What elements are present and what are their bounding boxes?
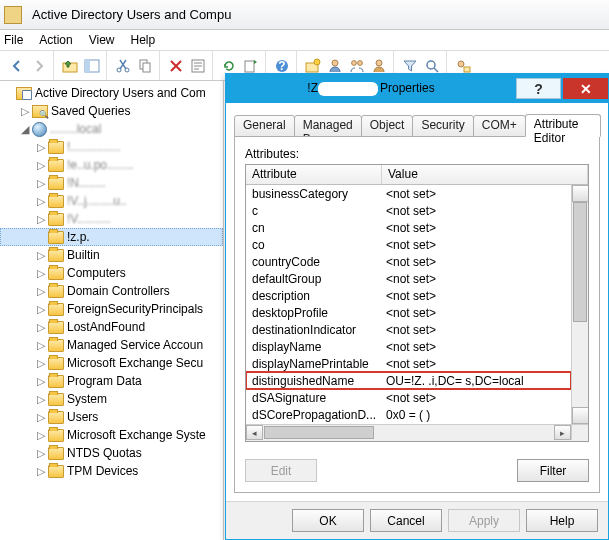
attribute-row[interactable]: c<not set> (246, 202, 571, 219)
expand-icon[interactable]: ▷ (34, 411, 48, 424)
menu-bar: File Action View Help (0, 30, 609, 51)
tree-node-14[interactable]: ▷System (0, 390, 223, 408)
expand-icon[interactable]: ▷ (34, 159, 48, 172)
tree-node-15[interactable]: ▷Users (0, 408, 223, 426)
expand-icon[interactable]: ◢ (18, 123, 32, 136)
tree-node-10[interactable]: ▷LostAndFound (0, 318, 223, 336)
menu-file[interactable]: File (4, 33, 23, 47)
attribute-row[interactable]: description<not set> (246, 287, 571, 304)
scroll-right-button[interactable]: ▸ (554, 425, 571, 440)
tree-node-16[interactable]: ▷Microsoft Exchange Syste (0, 426, 223, 444)
attribute-grid[interactable]: Attribute Value businessCategory<not set… (245, 164, 589, 442)
tab-com+[interactable]: COM+ (473, 115, 526, 137)
expand-icon[interactable]: ▷ (34, 429, 48, 442)
tree-saved-queries[interactable]: ▷Saved Queries (0, 102, 223, 120)
attribute-row[interactable]: dSCorePropagationD...0x0 = ( ) (246, 406, 571, 423)
console-tree[interactable]: Active Directory Users and Com▷Saved Que… (0, 81, 224, 540)
tree-node-1[interactable]: ▷!e..u.po........ (0, 156, 223, 174)
properties-button[interactable] (187, 55, 209, 77)
col-value[interactable]: Value (382, 165, 588, 184)
expand-icon[interactable]: ▷ (34, 177, 48, 190)
folder-icon (48, 141, 64, 154)
ok-button[interactable]: OK (292, 509, 364, 532)
dialog-titlebar[interactable]: !ZProperties ? ✕ (226, 74, 608, 103)
tree-node-2[interactable]: ▷!N........ (0, 174, 223, 192)
tree-node-11[interactable]: ▷Managed Service Accoun (0, 336, 223, 354)
vertical-scrollbar[interactable]: ▴ ▾ (571, 185, 588, 424)
up-button[interactable] (59, 55, 81, 77)
tab-managed-by[interactable]: Managed By (294, 115, 362, 137)
tab-security[interactable]: Security (412, 115, 473, 137)
cancel-button[interactable]: Cancel (370, 509, 442, 532)
tree-node-8[interactable]: ▷Domain Controllers (0, 282, 223, 300)
attribute-row[interactable]: defaultGroup<not set> (246, 270, 571, 287)
tree-node-3[interactable]: ▷!V..j........u.. (0, 192, 223, 210)
expand-icon[interactable]: ▷ (34, 357, 48, 370)
expand-icon[interactable]: ▷ (18, 105, 32, 118)
attribute-row[interactable]: distinguishedNameOU=!Z. .i,DC= s,DC=loca… (246, 372, 571, 389)
expand-icon[interactable]: ▷ (34, 375, 48, 388)
menu-action[interactable]: Action (39, 33, 72, 47)
forward-button[interactable] (28, 55, 50, 77)
attribute-row[interactable]: desktopProfile<not set> (246, 304, 571, 321)
attribute-row[interactable]: destinationIndicator<not set> (246, 321, 571, 338)
tab-general[interactable]: General (234, 115, 295, 137)
copy-button[interactable] (134, 55, 156, 77)
tree-node-17[interactable]: ▷NTDS Quotas (0, 444, 223, 462)
expand-icon[interactable]: ▷ (34, 447, 48, 460)
tree-node-13[interactable]: ▷Program Data (0, 372, 223, 390)
dialog-help-button[interactable]: ? (516, 78, 561, 99)
show-hide-tree-button[interactable] (81, 55, 103, 77)
dialog-close-button[interactable]: ✕ (563, 78, 608, 99)
horizontal-scrollbar[interactable]: ◂ ▸ (246, 424, 588, 441)
scroll-thumb[interactable] (573, 202, 587, 322)
expand-icon[interactable]: ▷ (34, 303, 48, 316)
svg-point-13 (332, 60, 338, 66)
tree-node-0[interactable]: ▷!............... (0, 138, 223, 156)
expand-icon[interactable]: ▷ (34, 213, 48, 226)
menu-view[interactable]: View (89, 33, 115, 47)
help-button[interactable]: Help (526, 509, 598, 532)
expand-icon[interactable]: ▷ (34, 321, 48, 334)
expand-icon[interactable]: ▷ (34, 141, 48, 154)
tree-node-6[interactable]: ▷Builtin (0, 246, 223, 264)
attribute-row[interactable]: businessCategory<not set> (246, 185, 571, 202)
menu-help[interactable]: Help (131, 33, 156, 47)
tree-root[interactable]: Active Directory Users and Com (0, 84, 223, 102)
tree-node-12[interactable]: ▷Microsoft Exchange Secu (0, 354, 223, 372)
tree-item-label: Managed Service Accoun (67, 338, 203, 352)
apply-button[interactable]: Apply (448, 509, 520, 532)
expand-icon[interactable]: ▷ (34, 393, 48, 406)
tree-node-18[interactable]: ▷TPM Devices (0, 462, 223, 480)
col-attribute[interactable]: Attribute (246, 165, 382, 184)
attribute-row[interactable]: countryCode<not set> (246, 253, 571, 270)
scroll-left-button[interactable]: ◂ (246, 425, 263, 440)
tab-object[interactable]: Object (361, 115, 414, 137)
scroll-up-button[interactable]: ▴ (572, 185, 588, 202)
attribute-row[interactable]: displayName<not set> (246, 338, 571, 355)
tree-node-5[interactable]: !z.p. (0, 228, 223, 246)
cut-button[interactable] (112, 55, 134, 77)
expand-icon[interactable]: ▷ (34, 249, 48, 262)
filter-attributes-button[interactable]: Filter (517, 459, 589, 482)
expand-icon[interactable]: ▷ (34, 465, 48, 478)
tab-attribute-editor[interactable]: Attribute Editor (525, 114, 601, 137)
expand-icon[interactable]: ▷ (34, 267, 48, 280)
attribute-row[interactable]: displayNamePrintable<not set> (246, 355, 571, 372)
scroll-down-button[interactable]: ▾ (572, 407, 588, 424)
expand-icon[interactable]: ▷ (34, 285, 48, 298)
attribute-row[interactable]: dSASignature<not set> (246, 389, 571, 406)
attribute-row[interactable]: co<not set> (246, 236, 571, 253)
attribute-row[interactable]: cn<not set> (246, 219, 571, 236)
expand-icon[interactable]: ▷ (34, 195, 48, 208)
hscroll-thumb[interactable] (264, 426, 374, 439)
tree-node-9[interactable]: ▷ForeignSecurityPrincipals (0, 300, 223, 318)
tree-node-4[interactable]: ▷!V.......... (0, 210, 223, 228)
delete-button[interactable] (165, 55, 187, 77)
edit-button[interactable]: Edit (245, 459, 317, 482)
back-button[interactable] (6, 55, 28, 77)
tree-domain[interactable]: ◢........local (0, 120, 223, 138)
expand-icon[interactable]: ▷ (34, 339, 48, 352)
tree-item-label: Users (67, 410, 98, 424)
tree-node-7[interactable]: ▷Computers (0, 264, 223, 282)
